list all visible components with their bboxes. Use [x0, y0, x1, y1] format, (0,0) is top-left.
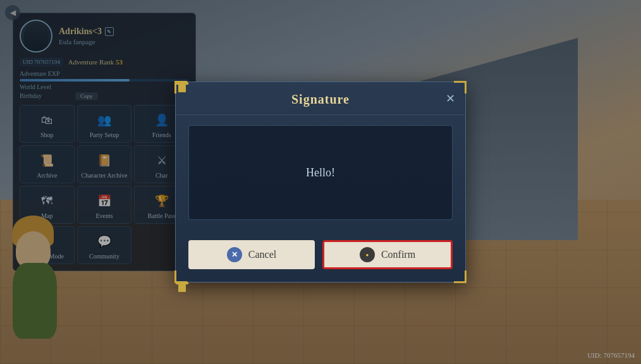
confirm-button[interactable]: Confirm — [322, 240, 453, 269]
corner-decoration-br — [454, 270, 467, 283]
cancel-label: Cancel — [248, 249, 276, 260]
signature-modal: Signature ✕ Hello! ✕ Cancel Confirm — [175, 82, 466, 282]
modal-body: Hello! — [176, 115, 465, 240]
corner-decoration-bl — [174, 270, 187, 283]
uid-bottom-right: UID: 707657194 — [587, 351, 635, 359]
cancel-button[interactable]: ✕ Cancel — [188, 240, 315, 269]
confirm-label: Confirm — [381, 249, 415, 260]
modal-header: Signature ✕ — [176, 82, 465, 115]
cancel-icon: ✕ — [227, 247, 242, 262]
modal-close-button[interactable]: ✕ — [446, 93, 455, 104]
modal-title: Signature — [291, 92, 350, 107]
modal-overlay: Signature ✕ Hello! ✕ Cancel Confirm — [0, 0, 641, 364]
confirm-icon — [360, 247, 375, 262]
signature-input-box[interactable]: Hello! — [188, 125, 453, 220]
signature-content: Hello! — [306, 166, 335, 179]
modal-footer: ✕ Cancel Confirm — [176, 240, 465, 282]
